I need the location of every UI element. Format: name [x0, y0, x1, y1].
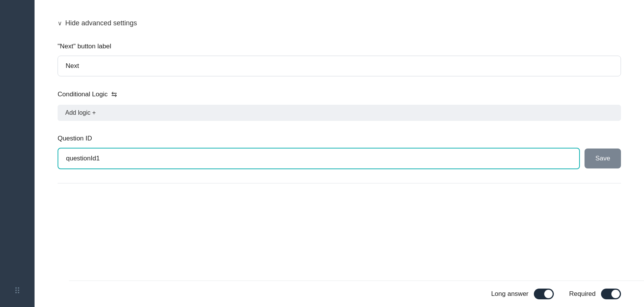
bottom-bar: Long answer Required: [69, 281, 644, 307]
shuffle-icon: ⇄: [111, 90, 117, 99]
add-logic-button[interactable]: Add logic +: [58, 105, 621, 121]
question-id-heading: Question ID: [58, 135, 621, 142]
required-toggle[interactable]: [601, 289, 621, 299]
sidebar: ⠿: [0, 0, 35, 307]
next-button-label-heading: "Next" button label: [58, 43, 621, 50]
main-content: ∨ Hide advanced settings "Next" button l…: [35, 0, 644, 307]
conditional-logic-heading: Conditional Logic: [58, 91, 107, 98]
question-id-input[interactable]: [58, 148, 580, 169]
required-toggle-group: Required: [569, 289, 621, 299]
save-button[interactable]: Save: [585, 149, 621, 168]
long-answer-toggle-group: Long answer: [491, 289, 554, 299]
add-logic-label: Add logic +: [65, 109, 96, 116]
hide-advanced-settings-toggle[interactable]: ∨ Hide advanced settings: [58, 19, 621, 27]
question-id-row: Save: [58, 148, 621, 169]
next-button-label-input[interactable]: [58, 56, 621, 76]
chevron-down-icon: ∨: [58, 20, 62, 27]
question-id-section: Question ID Save: [58, 135, 621, 169]
long-answer-label: Long answer: [491, 290, 528, 298]
next-button-label-section: "Next" button label: [58, 43, 621, 90]
required-toggle-thumb: [611, 290, 620, 298]
hide-advanced-settings-label: Hide advanced settings: [65, 19, 137, 27]
required-label: Required: [569, 290, 596, 298]
long-answer-toggle-thumb: [544, 290, 553, 298]
long-answer-toggle[interactable]: [534, 289, 554, 299]
conditional-logic-section: Conditional Logic ⇄: [58, 90, 621, 99]
divider: [58, 183, 621, 183]
grid-icon: ⠿: [14, 287, 20, 295]
